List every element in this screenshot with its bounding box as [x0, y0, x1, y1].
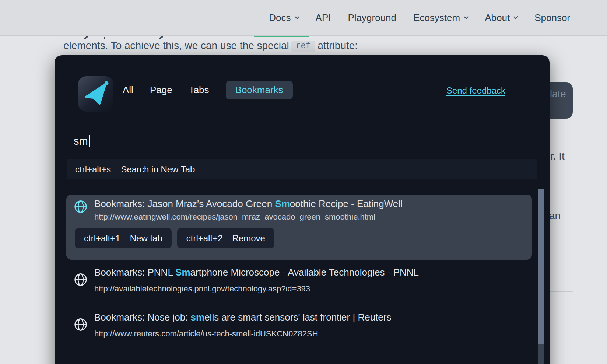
text-caret [89, 135, 90, 147]
result-title: Bookmarks: PNNL Smartphone Microscope - … [94, 267, 419, 278]
search-overlay-modal: All Page Tabs Bookmarks Send feedback sm… [55, 55, 550, 364]
navigation-arrow-icon [78, 76, 113, 112]
top-navbar: Docs API Playground Ecosystem About Spon… [0, 0, 607, 36]
translate-button-label: late [550, 88, 573, 100]
tab-bookmarks[interactable]: Bookmarks [226, 81, 293, 99]
result-item[interactable]: Bookmarks: PNNL Smartphone Microscope - … [55, 265, 532, 306]
result-title: Bookmarks: Jason Mraz’s Avocado Green Sm… [94, 198, 403, 210]
new-tab-button[interactable]: ctrl+alt+1 New tab [75, 228, 172, 248]
shortcut-keys: ctrl+alt+2 [186, 233, 223, 244]
result-title: Bookmarks: Nose job: smells are smart se… [94, 312, 391, 323]
filter-tabs: All Page Tabs Bookmarks [123, 81, 293, 99]
title-text: ells are smart sensors' last frontier | … [204, 312, 391, 323]
shortcut-label: Search in New Tab [121, 164, 195, 175]
extension-logo [78, 76, 113, 112]
title-match-highlight: Sm [275, 198, 290, 209]
title-text: Bookmarks: Jason Mraz’s Avocado Green [94, 198, 275, 209]
remove-button[interactable]: ctrl+alt+2 Remove [177, 228, 274, 248]
title-text: artphone Microscope - Available Technolo… [190, 267, 419, 278]
chevron-down-icon [295, 14, 299, 19]
title-match-highlight: sm [191, 312, 205, 323]
search-input[interactable]: sm [74, 133, 516, 149]
clipped-text-fragment [84, 36, 88, 39]
nav-item-about[interactable]: About [485, 12, 517, 24]
nav-items: Docs API Playground Ecosystem About Spon… [269, 0, 570, 36]
nav-item-playground[interactable]: Playground [348, 12, 397, 24]
title-text: Bookmarks: PNNL [94, 267, 175, 278]
inline-code-ref: ref [291, 41, 315, 52]
nav-item-ecosystem[interactable]: Ecosystem [413, 12, 468, 24]
clipped-page-text: an [549, 210, 561, 222]
action-label: New tab [130, 233, 162, 244]
title-text: Bookmarks: Nose job: [94, 312, 191, 323]
result-url: http://www.reuters.com/article/us-tech-s… [94, 329, 318, 339]
action-label: Remove [232, 233, 265, 244]
clipped-text-fragment [159, 36, 163, 39]
tab-all[interactable]: All [123, 84, 133, 96]
active-link-underline [254, 36, 309, 37]
nav-item-label: Docs [269, 12, 291, 24]
globe-icon [74, 200, 88, 215]
nav-item-sponsor[interactable]: Sponsor [534, 12, 570, 24]
nav-item-label: Playground [348, 12, 397, 24]
doc-paragraph: elements. To achieve this, we can use th… [63, 40, 358, 53]
nav-item-label: Ecosystem [413, 12, 460, 24]
result-item-selected[interactable]: Bookmarks: Jason Mraz’s Avocado Green Sm… [66, 195, 532, 260]
scrollbar-thumb[interactable] [538, 189, 544, 344]
nav-item-label: API [316, 12, 331, 24]
clipped-text-fragment [104, 37, 105, 39]
paragraph-text: elements. To achieve this, we can use th… [63, 40, 289, 51]
result-url: http://availabletechnologies.pnnl.gov/te… [94, 284, 310, 294]
page-divider [550, 291, 573, 292]
title-text: oothie Recipe - EatingWell [290, 198, 403, 209]
result-url: http://www.eatingwell.com/recipes/jason_… [94, 212, 375, 222]
paragraph-text: attribute: [317, 40, 358, 51]
send-feedback-link[interactable]: Send feedback [446, 85, 505, 96]
globe-icon [74, 273, 88, 288]
nav-item-label: Sponsor [534, 12, 570, 24]
clipped-page-text: r. It [550, 150, 565, 162]
shortcut-keys: ctrl+alt+s [75, 164, 111, 175]
title-match-highlight: Sm [175, 267, 190, 278]
nav-item-docs[interactable]: Docs [269, 12, 298, 24]
chevron-down-icon [464, 14, 469, 19]
shortcut-keys: ctrl+alt+1 [84, 233, 120, 244]
nav-item-label: About [485, 12, 510, 24]
chevron-down-icon [513, 14, 518, 19]
tab-tabs[interactable]: Tabs [189, 84, 209, 96]
search-query-text: sm [74, 135, 88, 147]
scrollbar-track[interactable] [538, 189, 544, 364]
search-in-new-tab-row[interactable]: ctrl+alt+s Search in New Tab [67, 159, 537, 179]
nav-item-api[interactable]: API [316, 12, 331, 24]
globe-icon [74, 318, 88, 333]
result-item[interactable]: Bookmarks: Nose job: smells are smart se… [55, 310, 532, 351]
tab-page[interactable]: Page [150, 84, 172, 96]
result-actions: ctrl+alt+1 New tab ctrl+alt+2 Remove [75, 228, 274, 248]
